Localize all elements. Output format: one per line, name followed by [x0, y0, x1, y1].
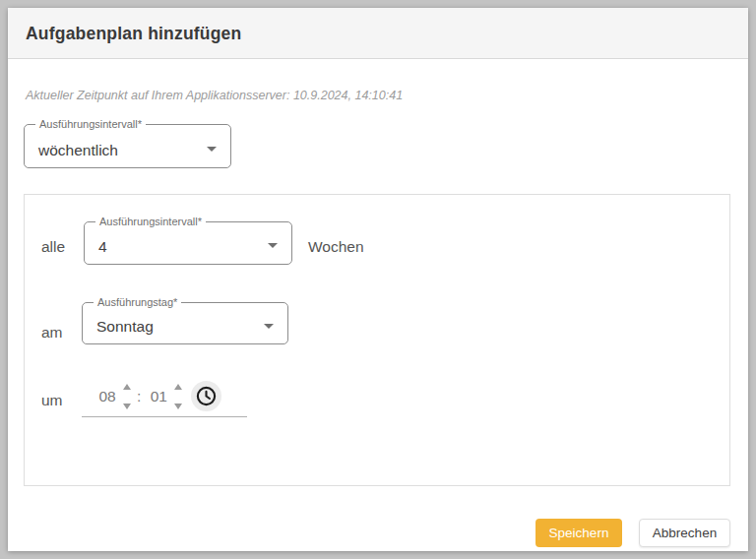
- clock-picker-button[interactable]: [191, 381, 221, 411]
- interval-count-select[interactable]: Ausführungsintervall* 4: [84, 221, 292, 265]
- dialog-actions: Speichern Abbrechen: [536, 519, 730, 547]
- weekly-options-panel: alle Ausführungsintervall* 4 Wochen am A…: [24, 194, 730, 486]
- day-prefix-label: am: [41, 324, 63, 342]
- interval-count-select-value: 4: [98, 238, 107, 256]
- add-task-schedule-dialog: Aufgabenplan hinzufügen Aktueller Zeitpu…: [8, 8, 748, 551]
- execution-interval-select-value: wöchentlich: [38, 142, 118, 159]
- save-button[interactable]: Speichern: [536, 519, 622, 547]
- arrow-up-icon[interactable]: [174, 384, 182, 390]
- execution-interval-select[interactable]: Ausführungsintervall* wöchentlich: [24, 124, 231, 168]
- chevron-down-icon: [207, 147, 217, 152]
- arrow-up-icon[interactable]: [123, 384, 131, 390]
- cancel-button[interactable]: Abbrechen: [639, 519, 730, 547]
- dialog-header: Aufgabenplan hinzufügen: [8, 8, 748, 59]
- execution-day-select-value: Sonntag: [96, 318, 154, 336]
- clock-icon: [195, 385, 218, 407]
- execution-day-select-label: Ausführungstag*: [94, 296, 181, 308]
- hours-stepper: [123, 382, 131, 411]
- interval-count-select-label: Ausführungsintervall*: [95, 216, 206, 227]
- every-suffix-label: Wochen: [308, 238, 364, 256]
- every-prefix-label: alle: [41, 238, 65, 256]
- time-prefix-label: um: [41, 392, 63, 409]
- chevron-down-icon: [268, 243, 278, 248]
- time-separator: :: [137, 388, 141, 405]
- execution-interval-select-label: Ausführungsintervall*: [35, 118, 146, 130]
- arrow-down-icon[interactable]: [123, 404, 131, 409]
- minutes-input[interactable]: 01: [147, 388, 170, 405]
- minutes-stepper: [174, 382, 182, 411]
- time-picker: 08 : 01: [82, 376, 247, 417]
- arrow-down-icon[interactable]: [174, 404, 182, 409]
- server-time-note: Aktueller Zeitpunkt auf Ihrem Applikatio…: [26, 89, 403, 102]
- chevron-down-icon: [264, 324, 274, 329]
- hours-input[interactable]: 08: [95, 388, 119, 405]
- execution-day-select[interactable]: Ausführungstag* Sonntag: [82, 302, 288, 344]
- dialog-title: Aufgabenplan hinzufügen: [26, 8, 241, 59]
